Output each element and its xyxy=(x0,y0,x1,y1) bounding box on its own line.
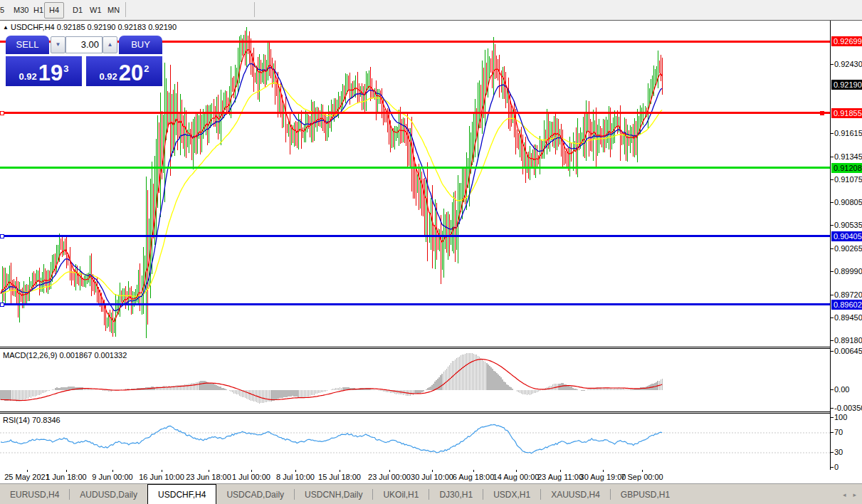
sell-price-box[interactable]: 0.92 19 3 xyxy=(6,55,82,86)
chart-tab-ukoil[interactable]: UKOil,H1 xyxy=(373,484,429,504)
level-line-handle[interactable] xyxy=(820,111,824,115)
horizontal-level-line[interactable] xyxy=(0,112,830,114)
chart-ohlc: 0.92185 0.92190 0.92183 0.92190 xyxy=(57,23,177,31)
timeframe-button-h4[interactable]: H4 xyxy=(44,2,64,19)
scale-tick-label: 0.91615 xyxy=(834,129,862,137)
chart-tab-usdchf[interactable]: USDCHF,H4 xyxy=(147,484,216,504)
main-chart-plot[interactable]: ▲ USDCHF,H4 0.92185 0.92190 0.92183 0.92… xyxy=(0,21,830,347)
time-tick xyxy=(112,470,113,472)
scale-tick xyxy=(831,317,834,318)
level-price-badge: 0.91855 xyxy=(831,108,862,118)
rsi-name: RSI(14) xyxy=(3,416,30,424)
scale-tick-label: 0.89720 xyxy=(834,290,862,299)
level-price-badge: 0.89602 xyxy=(831,300,862,310)
timeframe-button-mn[interactable]: MN xyxy=(103,2,125,19)
time-tick xyxy=(295,470,296,472)
rsi-scale-tick xyxy=(831,432,834,433)
tab-scroll-left-icon[interactable]: ◂ xyxy=(843,491,846,498)
rsi-canvas[interactable] xyxy=(0,414,830,470)
chart-tab-audusd[interactable]: AUDUSD,Daily xyxy=(70,484,147,504)
time-axis-label: 15 Jul 18:00 xyxy=(318,473,361,481)
chart-tab-gbpusd[interactable]: GBPUSD,H1 xyxy=(611,484,680,504)
scale-tick-label: 0.90805 xyxy=(834,198,862,206)
time-axis-label: 7 Sep 00:00 xyxy=(621,473,663,481)
chart-tab-xauusd[interactable]: XAUUSD,H4 xyxy=(541,484,610,504)
rsi-scale-tick xyxy=(831,452,834,453)
scale-tick-label: 0.91075 xyxy=(834,175,862,184)
scale-tick-label: 0.89450 xyxy=(834,313,862,322)
level-line-handle[interactable] xyxy=(0,111,4,115)
scale-tick-label: 0.92430 xyxy=(834,60,862,68)
rsi-indicator-plot[interactable]: RSI(14) 70.8346 xyxy=(0,413,830,471)
macd-indicator-plot[interactable]: MACD(12,26,9) 0.001867 0.001332 xyxy=(0,348,830,412)
macd-signal-line xyxy=(1,359,662,401)
macd-name: MACD(12,26,9) xyxy=(3,351,57,359)
sell-button[interactable]: SELL xyxy=(6,36,49,54)
scale-tick-label: 0.89990 xyxy=(834,267,862,275)
scale-tick xyxy=(831,133,834,134)
macd-label: MACD(12,26,9) 0.001867 0.001332 xyxy=(3,351,127,359)
macd-values: 0.001867 0.001332 xyxy=(59,351,127,359)
buy-price-box[interactable]: 0.92 20 2 xyxy=(86,55,162,86)
scale-tick xyxy=(831,271,834,272)
sell-price-sup: 3 xyxy=(63,63,68,74)
time-tick xyxy=(389,470,390,472)
time-tick xyxy=(560,470,561,472)
tab-scroll-right-icon[interactable]: ▸ xyxy=(853,491,856,498)
scale-tick xyxy=(831,248,834,249)
horizontal-level-line[interactable] xyxy=(0,303,830,305)
chart-tab-usdcnh[interactable]: USDCNH,Daily xyxy=(295,484,372,504)
macd-scale-label: 0.00 xyxy=(834,385,849,394)
buy-button[interactable]: BUY xyxy=(119,36,162,54)
time-axis-label: 6 Aug 18:00 xyxy=(453,473,495,481)
time-tick xyxy=(27,470,28,472)
rsi-value: 70.8346 xyxy=(32,416,61,424)
buy-price-big: 20 xyxy=(119,63,143,84)
volume-decrease-button[interactable]: ▼ xyxy=(51,36,65,53)
time-tick xyxy=(642,470,643,472)
scale-tick xyxy=(831,157,834,157)
chart-tab-dj30[interactable]: DJ30,H1 xyxy=(429,484,483,504)
one-click-trade-panel: SELL ▼ 3.00 ▲ BUY 0.92 19 3 0.92 20 2 xyxy=(6,36,162,55)
time-axis-label: 16 Jun 10:00 xyxy=(139,473,184,481)
chart-header: ▲ USDCHF,H4 0.92185 0.92190 0.92183 0.92… xyxy=(3,23,177,31)
toolbar-separator xyxy=(125,2,126,17)
horizontal-level-line[interactable] xyxy=(0,235,830,237)
time-tick xyxy=(603,470,604,472)
chart-tab-eurusd[interactable]: EURUSD,H4 xyxy=(0,484,69,504)
volume-input[interactable]: 3.00 xyxy=(65,36,103,53)
macd-scale-label: -0.003507 xyxy=(834,404,862,412)
scale-tick xyxy=(831,340,834,341)
volume-increase-button[interactable]: ▲ xyxy=(103,36,117,53)
time-axis-label: 9 Jun 00:00 xyxy=(92,473,133,481)
time-tick xyxy=(162,470,162,472)
tab-scroll-arrows: ◂▸ xyxy=(843,484,856,504)
chart-symbol: USDCHF,H4 xyxy=(11,23,55,31)
price-scale[interactable]: 0.926990.918550.912080.904050.896020.924… xyxy=(831,21,862,470)
time-axis-label: 23 Aug 11:00 xyxy=(537,473,583,481)
level-line-handle[interactable] xyxy=(0,234,4,238)
chart-tab-bar: EURUSD,H4AUDUSD,DailyUSDCHF,H4USDCAD,Dai… xyxy=(0,483,862,504)
time-axis-label: 14 Aug 00:00 xyxy=(493,473,540,481)
collapse-arrow-icon[interactable]: ▲ xyxy=(3,24,9,31)
time-axis-label: 1 Jul 00:00 xyxy=(232,473,270,481)
scale-tick-label: 0.90535 xyxy=(834,221,862,229)
level-line-handle[interactable] xyxy=(0,303,4,307)
level-price-badge: 0.92699 xyxy=(831,36,862,46)
time-axis-label: 8 Jul 10:00 xyxy=(276,473,315,481)
time-tick xyxy=(516,470,517,472)
scale-tick xyxy=(831,225,834,226)
time-axis[interactable]: 25 May 20211 Jun 18:009 Jun 00:0016 Jun … xyxy=(0,470,862,483)
current-price-badge: 0.92190 xyxy=(831,80,862,90)
scale-tick-label: 0.90265 xyxy=(834,244,862,253)
horizontal-level-line[interactable] xyxy=(0,167,830,169)
toolbar-separator xyxy=(254,2,255,17)
chart-tab-usdcad[interactable]: USDCAD,Daily xyxy=(216,484,294,504)
rsi-scale-label: 70 xyxy=(834,428,843,436)
scale-tick xyxy=(831,202,834,203)
chart-tab-usdx[interactable]: USDX,H1 xyxy=(483,484,540,504)
sell-price-prefix: 0.92 xyxy=(19,71,36,82)
rsi-line xyxy=(1,424,662,453)
rsi-scale-tick xyxy=(831,467,834,468)
time-tick xyxy=(66,470,67,472)
